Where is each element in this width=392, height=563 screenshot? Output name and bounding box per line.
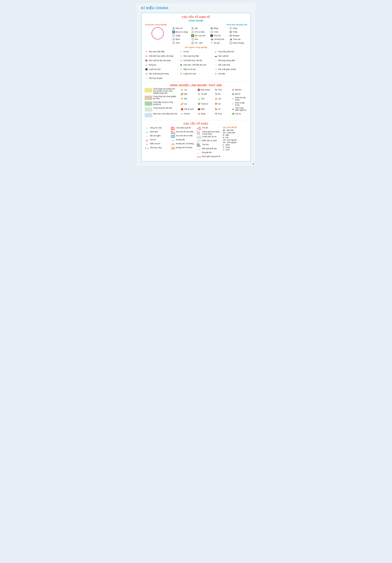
- thu-do-label: Thủ đô: [202, 127, 208, 129]
- lon-icon: 🐷: [215, 97, 217, 100]
- chu-viet-tat: Các chữ viết tắt BD : Bán đảo QD : Quần …: [223, 127, 247, 158]
- ind-vl-xd: 🧱 Sản xuất vật liệu xây dựng: [145, 59, 178, 63]
- vit-label: Vịt: [218, 108, 220, 110]
- set-label: Sét, cao lanh: [195, 35, 205, 37]
- zone-mn-label: Mặt nước nuôi trồng thuỷ sản: [153, 113, 177, 115]
- industries-section: Các ngành công nghiệp ✦ Nhà máy nhiệt đi…: [145, 46, 247, 80]
- crop-che: 🍵 Chè: [197, 96, 213, 101]
- khac-duong-oto: —3— Đường ôtô, số đường: [171, 142, 195, 146]
- set-icon: S: [191, 34, 194, 37]
- khac-grid: 〜 Sông, hồ, thác ≋≋≋ Kênh đào ▪▪▪▪ Bãi c…: [145, 127, 247, 158]
- bien-gioi-label: Biên giới quốc gia: [202, 147, 216, 150]
- mia-label: Mía: [184, 98, 187, 100]
- ind-hang-tieu-dung: 🌸 Sản xuất hàng tiêu dùng: [145, 72, 178, 76]
- vlxd-label: Sản xuất vật liệu xây dựng: [149, 59, 171, 62]
- che-bien-ts-label: Chế biến thuỷ, hải sản: [184, 59, 202, 62]
- mineral-dau-mo: Đ Dầu mỏ: [172, 27, 190, 30]
- muoi-icon: △: [214, 63, 217, 66]
- zone-luong-thuc: Vùng trồng cây lương thực, thực phẩm và …: [145, 88, 178, 94]
- luyen-km-label: Luyện kim màu: [184, 73, 196, 75]
- cvt-song: S : Sông: [223, 146, 247, 148]
- mineral-crom: H Crôm: [210, 30, 228, 34]
- ind-dong-tau: ⚓ Đóng tàu: [145, 63, 178, 67]
- dua-label: Dừa: [218, 113, 222, 115]
- khac-san-bay: ✈ ⚓ Sân bay, cảng: [145, 146, 169, 150]
- kkt-ck-label: Khu kinh tế cửa khẩu: [176, 131, 193, 133]
- khac-duong-hcm: HCM Đường Hồ Chí Minh: [171, 146, 195, 150]
- crop-mia: 🎋 Mía: [180, 96, 196, 101]
- cao-su-icon: 🌿: [231, 112, 235, 115]
- crop-dua: 🌴 Dừa: [215, 112, 230, 116]
- cvt-ban-dao: BD : Bán đảo: [223, 129, 247, 131]
- cvt-quan-dao: QD : Quần đảo: [223, 132, 247, 134]
- bong-icon: 🌸: [197, 112, 201, 115]
- mineral-sat: S Sắt: [191, 27, 209, 30]
- chi-kem-icon: Zn: [191, 41, 194, 44]
- bai-ca-label: Bãi cá: [235, 93, 240, 95]
- bai-ca-icon: 🐟: [231, 92, 235, 96]
- dua-icon: 🌴: [215, 112, 217, 115]
- mineral-apatit: A Apatit: [172, 34, 190, 37]
- kkt-vb-label: Khu kinh tế ven biển: [176, 135, 193, 137]
- zone-nlkh-label: Vùng nông lâm kết hợp: [153, 107, 172, 109]
- crop-cay-an-qua: 🍎 Cây ăn quả: [180, 107, 196, 112]
- co-khi-icon: ⚙: [179, 50, 183, 53]
- dia-gioi-tinh-icon: – – –: [197, 151, 201, 155]
- dia-gioi-tinh-label: Địa giới tỉnh: [202, 151, 212, 154]
- trau-label: Trâu: [218, 89, 222, 91]
- du-lich-label: Điểm du lịch: [150, 142, 160, 145]
- cua-khau-label: Cửa khẩu quốc tế: [176, 127, 191, 129]
- hoa-dau-icon: 🏛: [214, 72, 217, 76]
- trung-tam-label: Trung tâm công nghiệp: [145, 24, 171, 26]
- dien-tu-label: Điện tử, tin học: [184, 68, 196, 70]
- nn-crops: 🌾 Lúa 🫘 Đậu tương 🐃 Trâu 🦐: [180, 88, 247, 118]
- thuy-dien-icon: ✦: [179, 54, 183, 58]
- che-icon: 🍵: [197, 97, 201, 100]
- dieu-label: Điều: [201, 108, 205, 110]
- thuoc-la-label: Thuốc lá: [201, 103, 208, 105]
- luyen-kim-den-icon: ⬛: [145, 68, 148, 71]
- bac-ninh-icon: BẮC NINH: [197, 143, 201, 147]
- lon-label: Lợn: [218, 98, 221, 100]
- crop-ga: 🐓 Gà: [215, 102, 230, 106]
- lua-label: Lúa: [184, 89, 187, 91]
- crop-thuoc-la: 🌿 Thuốc lá: [197, 102, 213, 106]
- cvt-cao-nguyen: CN : Cao nguyên: [223, 139, 247, 141]
- page-number: 3: [253, 163, 254, 165]
- ind-co-khi: ⚙ Cơ khí: [179, 50, 213, 54]
- khac-title: CÁC YẾU TỐ KHÁC: [145, 122, 247, 125]
- phong-dien-icon: ↑: [214, 59, 217, 62]
- than-nau-label: Than nâu: [233, 38, 241, 40]
- ind-che-bien-tp: 🍽 Chế biến thực phẩm, đồ uống: [145, 54, 178, 58]
- khac-col2: Hữu Nghị Cửa khẩu quốc tế An Giang Khu k…: [171, 127, 195, 158]
- sat-label: Sắt: [195, 27, 198, 29]
- da-voi-label: Đá vôi xi măng: [176, 31, 188, 33]
- bong-label: Bông: [201, 113, 205, 115]
- crops-grid: 🌾 Lúa 🫘 Đậu tương 🐃 Trâu 🦐: [180, 88, 247, 116]
- zone-tan-box: [145, 96, 152, 100]
- bai-cat-label: Bãi cát ngầm: [150, 135, 161, 137]
- zone-nlkh-box: [145, 107, 152, 112]
- thiec-icon: [229, 30, 232, 34]
- mineral-dong: Đồng: [210, 27, 228, 30]
- cong-nghiep-top: Trung tâm công nghiệp Khai thác khoáng s…: [145, 24, 247, 45]
- nhiet-dien-label: Nhà máy nhiệt điện: [149, 51, 165, 53]
- hoa-dau-label: Hoà dầu: [218, 73, 225, 75]
- mia-icon: 🎋: [180, 97, 183, 100]
- dien-tu-icon: ✕: [179, 68, 183, 71]
- crop-bo: 🐄 Bò: [215, 92, 230, 96]
- mangan-label: Mangan: [233, 35, 240, 37]
- lung-cu-desc: Điểm dân cư khác: [202, 140, 217, 142]
- dau-mo-icon: Đ: [172, 27, 175, 30]
- song-ho-label: Sông, hồ, thác: [150, 127, 162, 129]
- nuoi-tom-label: Nuôi tôm tập trung: [235, 97, 247, 101]
- zone-mat-nuoc: Mặt nước nuôi trồng thuỷ sản: [145, 113, 178, 117]
- bai-cat-icon: ▪▪▪▪: [145, 135, 149, 138]
- ho-tieu-label: Hồ tiêu: [184, 113, 190, 115]
- nn-title: NÔNG NGHIỆP, LÂM NGHIỆP, THUỶ SẢN: [145, 84, 247, 87]
- ranh-gioi-label: Ranh giới vùng kinh tế: [202, 155, 220, 157]
- thuy-dien-label: Nhà máy thuỷ điện: [184, 55, 199, 57]
- crop-lua: 🌾 Lúa: [180, 88, 196, 92]
- crop-trau: 🐃 Trâu: [215, 88, 230, 92]
- lac-label: Lạc: [184, 103, 187, 105]
